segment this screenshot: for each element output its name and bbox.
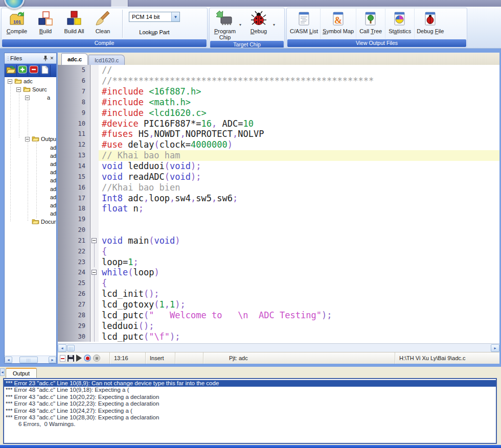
code-text: lcd_putc("\f"); [99, 331, 499, 342]
tree-item-blank[interactable] [5, 102, 56, 110]
add-file-button[interactable] [17, 65, 28, 76]
save-icon[interactable] [67, 355, 74, 362]
part-selector-dropdown[interactable]: PCM 14 bit▼ [129, 12, 180, 22]
tree-item-Sourc[interactable]: Sourc [5, 85, 56, 93]
statistics-button[interactable]: Statistics [385, 9, 414, 39]
code-line[interactable]: 11#fuses HS,NOWDT,NOPROTECT,NOLVP [58, 129, 499, 139]
panel-scroll-left-icon[interactable]: ◂ [0, 368, 5, 376]
code-line[interactable]: 22{ [58, 246, 499, 256]
build-button[interactable]: Build [31, 9, 60, 39]
code-line[interactable]: 28lcd_putc(" Welcome to \n ADC Testing")… [58, 310, 499, 320]
code-line[interactable]: 18float n; [58, 203, 499, 214]
record-icon[interactable] [84, 355, 91, 362]
output-error-line[interactable]: *** Error 43 "adc.c" Line 10(28,30): Exp… [4, 414, 496, 421]
ribbon-tab-stub[interactable] [111, 0, 128, 7]
tree-item-a[interactable]: a [5, 93, 56, 102]
tree-item-ad[interactable]: ad [5, 160, 56, 168]
tree-item-ad[interactable]: ad [5, 201, 56, 209]
code-line[interactable]: 8#include <math.h> [58, 97, 499, 108]
collapse-doc-icon[interactable] [60, 355, 65, 362]
expander-minus-icon[interactable] [25, 137, 30, 142]
tree-item-blank[interactable] [5, 119, 56, 127]
svg-text:&: & [334, 15, 342, 26]
tab-adc-c[interactable]: adc.c [61, 53, 88, 65]
expander-minus-icon[interactable] [16, 87, 21, 92]
code-editor[interactable]: 5//6//**********************************… [58, 65, 499, 343]
tree-item-label: Docur [41, 219, 56, 225]
code-line[interactable]: 9#include <lcd1620.c> [58, 107, 499, 118]
tree-item-ad[interactable]: ad [5, 193, 56, 201]
code-line[interactable]: 10#device PIC16F887*=16, ADC=10 [58, 118, 499, 129]
new-page-button[interactable] [39, 65, 51, 76]
code-line[interactable]: 12#use delay(clock=4000000) [58, 139, 499, 150]
output-error-line[interactable]: *** Error 43 "adc.c" Line 10(20,22): Exp… [4, 394, 496, 400]
code-line[interactable]: 15void readADC(void); [58, 171, 499, 182]
chevron-down-icon[interactable]: ▾ [239, 22, 244, 27]
output-error-line[interactable]: *** Error 48 "adc.c" Line 10(24,27): Exp… [4, 408, 496, 414]
tree-item-Docur[interactable]: Docur [5, 218, 56, 226]
scroll-left-button[interactable]: ◂ [58, 344, 66, 352]
panel-grip-icon[interactable]: ⋮ [6, 56, 9, 61]
code-line[interactable]: 25{ [58, 278, 499, 289]
output-error-line[interactable]: *** Error 48 "adc.c" Line 10(9,18): Expe… [4, 387, 496, 393]
output-error-line[interactable]: *** Error 23 "adc.c" Line 10(8,9): Can n… [4, 380, 496, 387]
casm-list-button[interactable]: C/ASM List [288, 9, 320, 39]
pin-icon[interactable] [42, 55, 49, 62]
code-line[interactable]: 20 [58, 225, 499, 235]
code-line[interactable]: 19 [58, 214, 499, 225]
fold-toggle[interactable] [92, 270, 97, 275]
output-tab[interactable]: Output [6, 368, 37, 378]
run-icon[interactable] [76, 355, 82, 362]
scroll-right-button[interactable]: ▸ [49, 357, 56, 363]
debug-file-button[interactable]: Debug File [415, 9, 446, 39]
tree-item-ad[interactable]: ad [5, 144, 56, 152]
compile-button[interactable]: 101Compile [3, 9, 31, 39]
chevron-down-icon[interactable]: ▼ [171, 12, 179, 21]
expander-minus-icon[interactable] [8, 79, 12, 84]
scroll-right-button[interactable]: ▸ [491, 344, 499, 352]
code-line[interactable]: 17Int8 adc,loop,sw4,sw5,sw6; [58, 193, 499, 203]
debug-button[interactable]: Debug [244, 9, 273, 40]
debug-file-button-label: Debug File [417, 28, 444, 34]
code-line[interactable]: 5// [58, 65, 499, 76]
code-line[interactable]: 7#include <16f887.h> [58, 86, 499, 97]
clean-button[interactable]: Clean [88, 9, 117, 39]
code-line[interactable]: 23loop=1; [58, 256, 499, 267]
code-line[interactable]: 27lcd_gotoxy(1,1); [58, 299, 499, 310]
tree-item-Outpu[interactable]: Outpu [5, 135, 56, 143]
tree-item-ad[interactable]: ad [5, 209, 56, 218]
stop-icon[interactable] [93, 355, 100, 362]
expander-minus-icon[interactable] [25, 96, 30, 100]
open-project-button[interactable] [6, 65, 17, 76]
output-error-line[interactable]: *** Error 43 "adc.c" Line 10(22,23): Exp… [4, 400, 496, 407]
code-line[interactable]: 30lcd_putc("\f"); [58, 331, 499, 342]
tree-item-ad[interactable]: ad [5, 184, 56, 193]
tree-item-ad[interactable]: ad [5, 168, 56, 176]
close-icon[interactable]: ✕ [49, 55, 55, 62]
tree-item-ad[interactable]: ad [5, 176, 56, 184]
scroll-left-button[interactable]: ◂ [5, 357, 12, 363]
code-line[interactable]: 21void main(void) [58, 235, 499, 246]
code-line[interactable]: 16//Khai bao bien [58, 182, 499, 193]
tree-item-adc[interactable]: adc [5, 77, 56, 85]
fold-toggle[interactable] [92, 238, 97, 243]
code-line[interactable]: 13// Khai bao ham [58, 150, 499, 161]
tree-item-blank[interactable] [5, 127, 56, 135]
tab-lcd1620-c[interactable]: lcd1620.c [88, 55, 125, 65]
tree-item-ad[interactable]: ad [5, 152, 56, 160]
chevron-down-icon[interactable]: ▾ [273, 22, 278, 27]
scroll-thumb[interactable]: ||| [19, 357, 38, 363]
code-line[interactable]: 14void ledduoi(void); [58, 161, 499, 172]
tree-item-blank[interactable] [5, 110, 56, 119]
call-tree-button[interactable]: Call Tree [356, 9, 385, 39]
remove-file-button[interactable] [28, 65, 39, 76]
scroll-thumb[interactable]: ||| [67, 345, 75, 351]
build-all-button[interactable]: Build All [60, 9, 88, 39]
code-line[interactable]: 24while(loop) [58, 267, 499, 278]
symbol-map-button[interactable]: &Symbol Map [321, 9, 356, 39]
code-line[interactable]: 26lcd_init(); [58, 289, 499, 299]
code-line[interactable]: 29ledduoi(); [58, 320, 499, 331]
output-console[interactable]: *** Error 23 "adc.c" Line 10(8,9): Can n… [3, 378, 497, 444]
program-chip-button[interactable]: ProgramChip [211, 9, 239, 40]
code-line[interactable]: 6//*************************************… [58, 76, 499, 86]
